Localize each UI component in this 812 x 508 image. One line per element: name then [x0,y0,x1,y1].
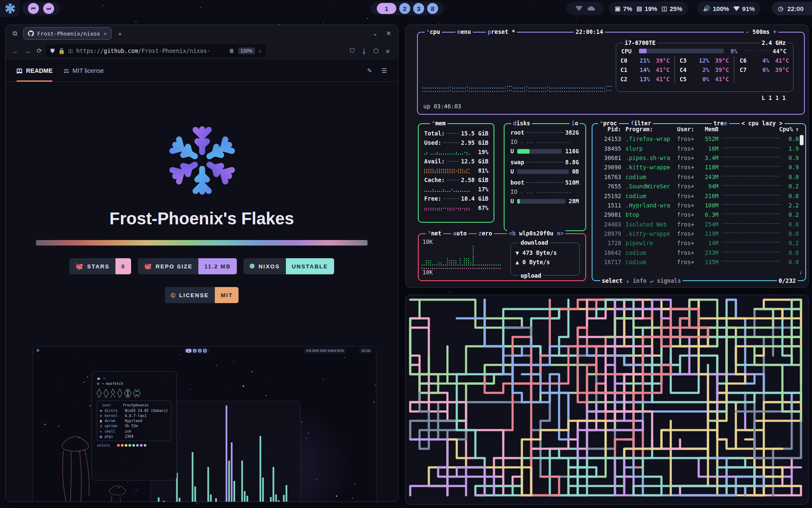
process-row[interactable]: 1511.Hyprland-wrafros+100M2.2 [595,201,799,210]
badge-stars[interactable]: 🐙STARS0 [69,258,131,274]
badges-row-2: ©LICENSEMIT [5,287,398,303]
pocket-icon[interactable]: ⛉ [347,46,357,56]
downloads-icon[interactable]: ⭳ [359,46,369,56]
back-button[interactable]: ← [11,46,21,56]
process-row[interactable]: 24153.firefox-wrapfros+552M0.0 [595,134,799,144]
proc-scrollbar-thumb[interactable] [800,135,804,145]
wifi-icon[interactable] [733,6,740,11]
tracking-shield-icon[interactable]: ⛊ [50,47,55,55]
edit-pencil-icon[interactable]: ✎ [367,67,372,74]
net-interface-switcher[interactable]: <b wlp0s20f0u n> [507,230,565,237]
badge-repo-size[interactable]: 🐙REPO SIZE11.2 MB [138,258,237,274]
badge-license[interactable]: ©LICENSEMIT [165,287,239,303]
process-row[interactable]: 24403Isolated Webfros+254M0.0 [595,220,799,229]
proc-program: .pipes.sh-wra [625,155,677,161]
proc-scroll-down-icon[interactable]: ↓ [799,269,802,276]
volume-icon[interactable]: 🔊 [703,5,710,12]
bookmark-star-icon[interactable]: ☆ [258,47,262,54]
sidebar-toggle-icon[interactable]: ⧉ [10,28,20,39]
proc-user: fros+ [677,249,699,256]
process-row[interactable]: 38495slurpfros+16M1.9 [595,144,799,153]
proc-filter-button[interactable]: filter [629,120,653,127]
forward-button[interactable]: → [22,46,33,56]
tab-close-icon[interactable]: ✕ [104,30,107,37]
proc-header-pid[interactable]: Pid: [595,126,621,133]
proc-header-cpu[interactable]: Cpu% [779,126,793,133]
proc-cpu: 0.2 [784,240,799,246]
fetch-value: 5h 53m [125,423,138,428]
disk-io-row: IO [510,188,579,195]
process-row[interactable]: 29090.kitty-wrappefros+118M0.9 [595,163,799,172]
net-auto-toggle[interactable]: auto [451,230,469,237]
cpu-preset-button[interactable]: preset * [486,28,517,35]
weather-applet[interactable] [567,2,604,15]
menu-hamburger-icon[interactable]: ≡ [383,46,393,56]
net-box-title[interactable]: ³net [426,230,443,237]
disks-box-title[interactable]: disks [511,120,532,127]
workspace-button-2[interactable]: 2 [399,3,410,14]
outline-list-icon[interactable]: ☰ [381,67,387,74]
colors-label: colors [97,443,115,448]
tab-list-chevron-icon[interactable]: ⌄ [370,28,380,39]
select-label[interactable]: select [602,277,623,284]
reader-mode-icon[interactable]: 🗏 [229,47,235,54]
proc-header-program[interactable]: Program: [625,126,677,133]
disk-io-label: IO [510,188,517,195]
mem-row-avail: Avail:12.5 GiB [424,158,488,165]
workspace-button-8[interactable]: 8 [427,3,438,14]
browser-tab[interactable]: Frost-Phoenix/nixos ✕ [23,27,112,40]
process-row[interactable]: 7655.SoundWireSerfros+94M0.2 [595,182,799,191]
permissions-icon[interactable]: ⚿ [69,47,73,55]
process-row[interactable]: 16763codiumfros+243M0.0 [595,172,799,182]
reload-button[interactable]: ⟳ [34,46,44,56]
proc-header-mem[interactable]: MemB [699,126,719,133]
process-row[interactable]: 16717codiumfros+135M0.0 [595,257,799,267]
proc-program: btop [625,211,677,218]
proc-sort-selector[interactable]: < cpu lazy > [740,120,785,127]
update-interval-control[interactable]: - 500ms + [744,28,778,35]
process-row[interactable]: 30681.pipes.sh-wrafros+3.4M0.9 [595,153,799,163]
badge-label-text: STARS [87,263,110,270]
extensions-puzzle-icon[interactable]: ⬡ [371,46,381,56]
new-tab-button[interactable]: + [115,28,125,39]
color-swatch [121,444,123,447]
kernel-icon: ⊙ [100,413,102,418]
workspace-button-1[interactable]: 1 [377,3,396,14]
zoom-level-badge[interactable]: 130% [238,47,255,54]
proc-tree-toggle[interactable]: tree [712,120,729,127]
process-row[interactable]: 29081btopfros+6.3M0.2 [595,210,799,219]
navigation-toolbar: ← → ⟳ ⛊ 🔒 ⚿ https://github.com/Frost-Pho… [5,42,398,60]
nixos-menu-button[interactable] [0,0,20,17]
url-bar[interactable]: ⛊ 🔒 ⚿ https://github.com/Frost-Phoenix/n… [46,44,266,57]
process-row[interactable]: 16642codiumfros+233M0.0 [595,248,799,257]
process-row[interactable]: 28979.kitty-wrappefros+119M0.0 [595,229,799,238]
proc-program: codium [625,193,677,199]
tab-readme[interactable]: 🕮 README [16,60,52,82]
process-row[interactable]: 1728pipewirefros+14M0.2 [595,238,799,248]
disks-io-toggle[interactable]: io [570,120,580,127]
window-close-icon[interactable]: ✕ [384,28,394,39]
core-column-divider [734,56,734,83]
net-zero-toggle[interactable]: zero [477,230,494,237]
cpu-menu-button[interactable]: menu [455,28,473,35]
media-prev-button[interactable]: ⏮ [28,3,39,14]
signals-label[interactable]: signals [657,277,681,284]
audio-network-applet: 🔊 100% 91% [697,2,761,15]
tab-mit-license[interactable]: ⚖ MIT license [63,60,104,82]
process-row[interactable]: 25192codiumfros+216M0.0 [595,191,799,200]
proc-box-title[interactable]: ⁴proc [598,120,619,127]
badge-nixos[interactable]: ❆NIXOSUNSTABLE [244,258,334,274]
upload-label: upload [519,272,543,279]
info-label[interactable]: info [633,277,647,284]
fetch-value: NixOS 24.05 (Uakari) [125,408,168,413]
disk-used-row: U116G [510,148,579,155]
media-next-button[interactable]: ⏭ [43,3,54,14]
mem-box-title[interactable]: ²mem [430,120,447,127]
disk-used-value: 116G [565,148,579,155]
tab-bar: ⧉ Frost-Phoenix/nixos ✕ + ⌄ ✕ [5,25,398,42]
proc-header-user[interactable]: User: [677,126,699,133]
workspace-button-3[interactable]: 3 [413,3,424,14]
prompt-arrow: → [102,381,104,386]
cpu-box-title[interactable]: ¹cpu [425,28,442,35]
github-page: 🕮 README ⚖ MIT license ✎ ☰ [5,60,398,502]
